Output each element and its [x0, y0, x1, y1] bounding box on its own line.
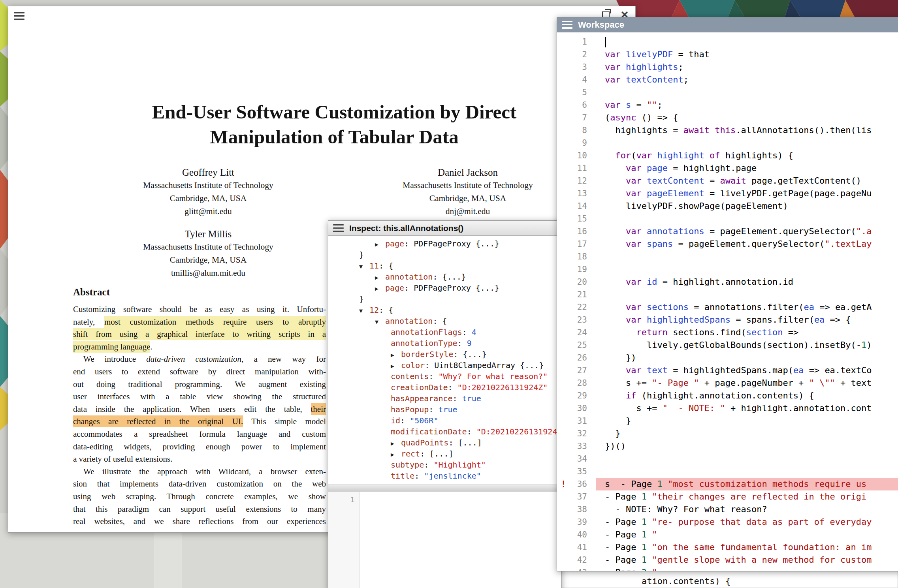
tree-row[interactable]: creationDate: "D:20210226131924Z" [328, 382, 561, 393]
code-line-text[interactable]: return sections.find(section => [596, 326, 898, 339]
tree-row[interactable]: ▶quadPoints: [...] [328, 437, 561, 448]
property-value: "Why? For what reason?" [438, 372, 548, 381]
tree-row[interactable]: } [328, 293, 561, 304]
code-line-text[interactable] [596, 453, 898, 465]
code-line-text[interactable]: - Page 2 " [596, 566, 898, 571]
menu-icon[interactable] [333, 224, 344, 232]
tree-row[interactable]: subtype: "Highlight" [328, 459, 561, 470]
tree-row[interactable]: ▶page: PDFPageProxy {...} [328, 238, 561, 249]
code-line-text[interactable]: var annotations = pageElement.querySelec… [596, 225, 898, 238]
inspector-titlebar[interactable]: Inspect: this.allAnnotations() [328, 221, 561, 236]
code-line: 43- Page 2 " [557, 566, 898, 571]
code-line-text[interactable] [596, 86, 898, 99]
code-line-text[interactable]: var id = highlight.annotation.id [596, 276, 898, 288]
text-segment: sion that implements data-driven customi… [73, 479, 326, 488]
expanded-arrow-icon[interactable]: ▼ [359, 305, 369, 316]
code-line: 1 [557, 36, 898, 48]
code-line-text[interactable]: s += "- Page " + page.pageNumber + " \""… [596, 377, 898, 389]
code-line-text[interactable]: lively.getGlobalBounds(section).insetBy(… [596, 339, 898, 351]
code-line-text[interactable]: s - Page 1 "most customization methods r… [596, 478, 898, 490]
text-segment: This simple model [243, 417, 326, 426]
tree-row[interactable]: hasAppearance: true [328, 393, 561, 404]
expanded-arrow-icon[interactable]: ▼ [359, 261, 369, 272]
tree-row[interactable]: annotationFlags: 4 [328, 327, 561, 338]
code-line-text[interactable]: var livelyPDF = that [596, 48, 898, 61]
tree-row[interactable]: ▼annotation: { [328, 316, 561, 327]
tree-row[interactable]: id: "506R" [328, 415, 561, 426]
code-line-text[interactable] [596, 250, 898, 263]
collapsed-arrow-icon[interactable]: ▶ [391, 438, 401, 449]
collapsed-arrow-icon[interactable]: ▶ [391, 349, 401, 361]
code-line-text[interactable]: var highlightedSpans = spans.filter(ea =… [596, 314, 898, 326]
code-line-text[interactable] [596, 137, 898, 149]
code-line-text[interactable]: })() [596, 440, 898, 453]
code-line-text[interactable] [596, 36, 898, 48]
code-line-text[interactable] [596, 263, 898, 276]
code-line-text[interactable]: - Page 1 "re- purpose that data as part … [596, 516, 898, 528]
code-line-text[interactable]: highlights = await this.allAnnotations()… [596, 124, 898, 137]
property-value: [...] [458, 438, 482, 447]
tree-row[interactable]: ▶page: PDFPageProxy {...} [328, 282, 561, 293]
code-line-text[interactable]: var pageElement = livelyPDF.getPage(page… [596, 187, 898, 200]
gutter-line-number: 11 [557, 162, 596, 175]
code-line-text[interactable]: (async () => { [596, 111, 898, 124]
property-key: 12 [369, 305, 379, 315]
code-line-text[interactable]: var textContent = await page.getTextCont… [596, 175, 898, 187]
collapsed-arrow-icon[interactable]: ▶ [391, 449, 401, 460]
code-line-text[interactable]: var textContent; [596, 73, 898, 86]
gutter-line-number: 17 [557, 238, 596, 250]
collapsed-arrow-icon[interactable]: ▶ [375, 283, 385, 294]
code-line-text[interactable] [596, 212, 898, 225]
code-line: 37- Page 1 "their changes are reflected … [557, 490, 898, 503]
code-line: 26 }) [557, 351, 898, 364]
gutter-line-number: 41 [557, 541, 596, 554]
code-line-text[interactable] [596, 465, 898, 478]
tree-row[interactable]: contents: "Why? For what reason?" [328, 371, 561, 382]
code-line-text[interactable]: - NOTE: Why? For what reason? [596, 503, 898, 516]
tree-row[interactable]: ▶borderStyle: {...} [328, 349, 561, 360]
workspace-titlebar[interactable]: Workspace [557, 17, 898, 32]
tree-row[interactable]: annotationType: 9 [328, 338, 561, 349]
gutter-line-number: 4 [557, 73, 596, 86]
code-line-text[interactable]: var text = highlightedSpans.map(ea => ea… [596, 364, 898, 377]
code-line-text[interactable]: if (highlight.annotation.contents) { [596, 389, 898, 402]
tree-row[interactable]: ▼11: { [328, 260, 561, 271]
code-line-text[interactable]: - Page 1 " [596, 528, 898, 541]
tree-row[interactable]: title: "jenslincke" [328, 470, 561, 481]
code-line-text[interactable] [596, 288, 898, 301]
code-editor[interactable]: 12var livelyPDF = that3var highlights;4v… [557, 32, 898, 571]
code-line-text[interactable]: } [596, 415, 898, 427]
abstract-text: Customizing software should be as easy a… [73, 303, 326, 528]
code-line-text[interactable]: livelyPDF.showPage(pageElement) [596, 200, 898, 212]
expanded-arrow-icon[interactable]: ▼ [375, 316, 385, 327]
code-line-text[interactable]: - Page 1 "on the same fundamental founda… [596, 541, 898, 554]
code-line-text[interactable]: var sections = annotations.filter(ea => … [596, 301, 898, 314]
code-line-text[interactable]: - Page 1 "their changes are reflected in… [596, 490, 898, 503]
tree-row[interactable]: ▶annotation: {...} [328, 271, 561, 282]
abstract-line: nately, most customization methods requi… [73, 316, 326, 329]
collapsed-arrow-icon[interactable]: ▶ [375, 239, 385, 250]
code-line-text[interactable]: s += " - NOTE: " + highlight.annotation.… [596, 402, 898, 415]
code-line-text[interactable]: var s = ""; [596, 99, 898, 111]
code-line-text[interactable]: var page = highlight.page [596, 162, 898, 175]
code-line-text[interactable]: var spans = pageElement.querySelector(".… [596, 238, 898, 250]
tree-row[interactable]: ▶rect: [...] [328, 448, 561, 459]
inspector-code-input[interactable] [360, 492, 561, 588]
menu-icon[interactable] [562, 21, 572, 29]
tree-row[interactable]: ▶color: Uint8ClampedArray {...} [328, 360, 561, 371]
code-line-text[interactable]: for(var highlight of highlights) { [596, 149, 898, 162]
tree-row[interactable]: hasPopup: true [328, 404, 561, 415]
property-value: Uint8ClampedArray {...} [434, 361, 544, 370]
code-line-text[interactable]: var highlights; [596, 61, 898, 73]
pane-splitter[interactable] [328, 485, 561, 492]
gutter-line-number: 35 [557, 465, 596, 478]
code-line: 38 - NOTE: Why? For what reason? [557, 503, 898, 516]
code-line-text[interactable]: }) [596, 351, 898, 364]
code-line-text[interactable]: - Page 1 "gentle slope with a new method… [596, 554, 898, 566]
code-line-text[interactable]: } [596, 427, 898, 440]
tree-row[interactable]: ▼12: { [328, 304, 561, 316]
collapsed-arrow-icon[interactable]: ▶ [391, 361, 401, 372]
tree-row[interactable]: } [328, 249, 561, 260]
tree-row[interactable]: modificationDate: "D:20210226131924Z" [328, 426, 561, 437]
collapsed-arrow-icon[interactable]: ▶ [375, 272, 385, 283]
